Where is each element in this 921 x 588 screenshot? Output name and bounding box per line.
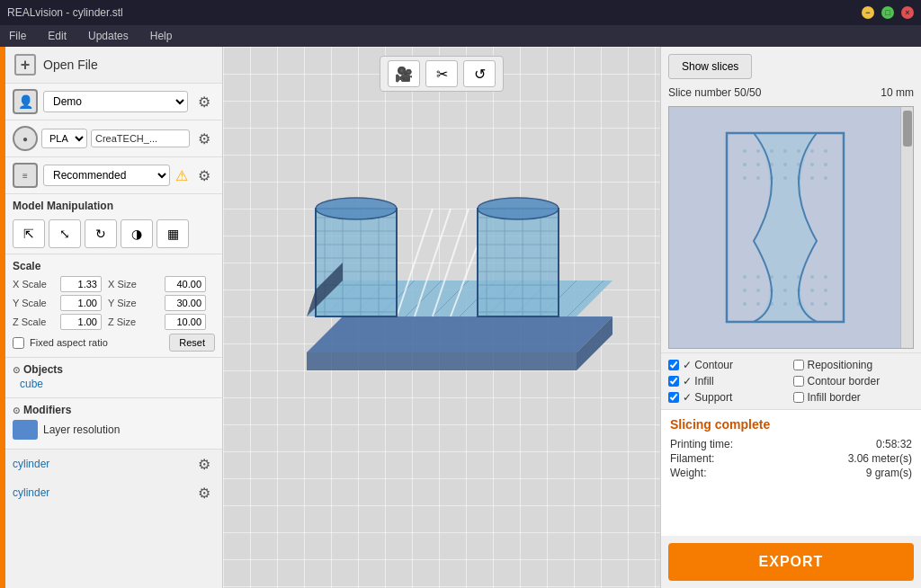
svg-point-52 [770,149,773,153]
cylinder-gear-2[interactable]: ⚙ [193,482,215,503]
svg-point-70 [824,176,827,180]
layer-resolution-icon [13,420,38,440]
viewport: 🎥 ✂ ↺ [223,47,660,588]
layer-resolution-label: Layer resolution [43,423,215,436]
svg-point-84 [824,289,827,292]
objects-header[interactable]: ⊙ Objects [13,363,215,376]
infill-checkbox[interactable] [668,376,679,387]
export-button[interactable]: EXPORT [668,543,914,581]
menu-updates[interactable]: Updates [85,28,132,44]
rotate-tool[interactable]: ↻ [85,219,117,248]
material-type-select[interactable]: PLA [41,129,87,148]
printing-time-value: 0:58:32 [876,438,912,450]
move-tool[interactable]: ⇱ [13,219,45,248]
svg-point-79 [756,289,760,292]
svg-point-76 [810,275,814,279]
repositioning-checkbox[interactable] [793,360,804,370]
scale-section: Scale X Scale X Size Y Scale Y Size Z Sc… [5,254,222,358]
slice-scrollbar[interactable] [900,107,913,348]
slice-scroll-thumb[interactable] [903,111,912,147]
scale-header: Scale [13,260,215,272]
reset-button[interactable]: Reset [169,334,215,352]
modifiers-header[interactable]: ⊙ Modifiers [13,404,215,416]
titlebar: REALvision - cylinder.stl − □ × [0,0,921,25]
layer-tool[interactable]: ▦ [156,219,189,248]
cylinder-item-1[interactable]: cylinder ⚙ [5,450,222,478]
infill-label: ✓ Infill [683,375,714,388]
material-row: ● PLA CreaTECH_... ⚙ [5,120,222,157]
object-cube[interactable]: cube [13,376,215,392]
manipulation-tools: ⇱ ⤡ ↻ ◑ ▦ [5,216,222,254]
profile-select[interactable]: Demo [43,91,188,112]
maximize-button[interactable]: □ [881,6,894,19]
menu-file[interactable]: File [5,28,30,44]
warning-icon: ⚠ [175,167,188,184]
profile-gear-button[interactable]: ⚙ [193,91,215,112]
svg-point-81 [783,289,787,292]
svg-marker-0 [307,316,613,352]
svg-point-54 [797,149,800,153]
color-tool[interactable]: ◑ [121,219,153,248]
quality-row: ≡ Recommended ⚠ ⚙ [5,157,222,194]
x-scale-input[interactable] [60,276,102,292]
menu-help[interactable]: Help [147,28,176,44]
y-scale-input[interactable] [60,295,102,311]
material-gear-button[interactable]: ⚙ [193,128,215,149]
y-size-input[interactable] [165,295,206,311]
profile-icon: 👤 [13,89,38,114]
modifiers-label: Modifiers [23,404,71,416]
slicing-header: Slicing complete [670,417,912,432]
printing-time-label: Printing time: [670,438,733,450]
fixed-aspect-row: Fixed aspect ratio Reset [13,334,215,352]
support-checkbox[interactable] [668,392,679,403]
menubar: File Edit Updates Help [0,25,921,47]
close-button[interactable]: × [901,6,914,19]
infill-border-checkbox[interactable] [793,392,804,403]
svg-point-88 [783,302,787,306]
infill-border-label: Infill border [808,391,861,404]
svg-point-60 [783,163,787,166]
repositioning-label: Repositioning [808,359,873,371]
quality-gear-button[interactable]: ⚙ [193,165,215,186]
svg-point-51 [756,149,760,153]
plus-icon: + [14,54,36,76]
contour-border-label: Contour border [808,375,881,388]
svg-point-50 [743,149,747,153]
x-size-input[interactable] [165,276,206,292]
x-size-label: X Size [108,279,162,290]
quality-select[interactable]: Recommended [43,165,170,186]
open-file-button[interactable]: + Open File [5,47,222,84]
material-icon: ● [13,126,38,151]
contour-checkbox[interactable] [668,360,679,370]
svg-point-46 [316,198,397,219]
svg-point-71 [743,275,747,279]
minimize-button[interactable]: − [862,6,874,19]
menu-edit[interactable]: Edit [44,28,70,44]
scale-tool[interactable]: ⤡ [49,219,81,248]
svg-point-53 [783,149,787,153]
main-layout: + Open File 👤 Demo ⚙ ● PLA CreaTECH_... … [0,47,921,588]
svg-point-90 [810,302,814,306]
svg-point-64 [743,176,747,180]
slice-mm: 10 mm [881,86,914,99]
cylinder-gear-1[interactable]: ⚙ [193,453,215,475]
show-slices-button[interactable]: Show slices [668,54,752,79]
fixed-aspect-checkbox[interactable] [13,337,24,349]
cylinder-item-2[interactable]: cylinder ⚙ [5,478,222,507]
slicing-panel: Slicing complete Printing time: 0:58:32 … [661,410,921,536]
checks-panel: ✓ Contour Repositioning ✓ Infill Contour… [661,352,921,410]
svg-point-74 [783,275,787,279]
contour-border-checkbox[interactable] [793,376,804,387]
z-size-input[interactable] [165,314,206,330]
slice-visualization [700,115,871,340]
viewport-canvas[interactable]: 🎥 ✂ ↺ [223,47,660,588]
cylinder-label-2: cylinder [13,486,49,499]
z-scale-input[interactable] [60,314,102,330]
manipulation-header: Model Manipulation [5,194,222,216]
svg-point-86 [756,302,760,306]
material-name: CreaTECH_... [91,129,190,147]
scale-grid: X Scale X Size Y Scale Y Size Z Scale Z … [13,276,215,330]
svg-point-72 [756,275,760,279]
contour-border-check-item: Contour border [793,375,915,388]
quality-icon: ≡ [13,163,38,188]
